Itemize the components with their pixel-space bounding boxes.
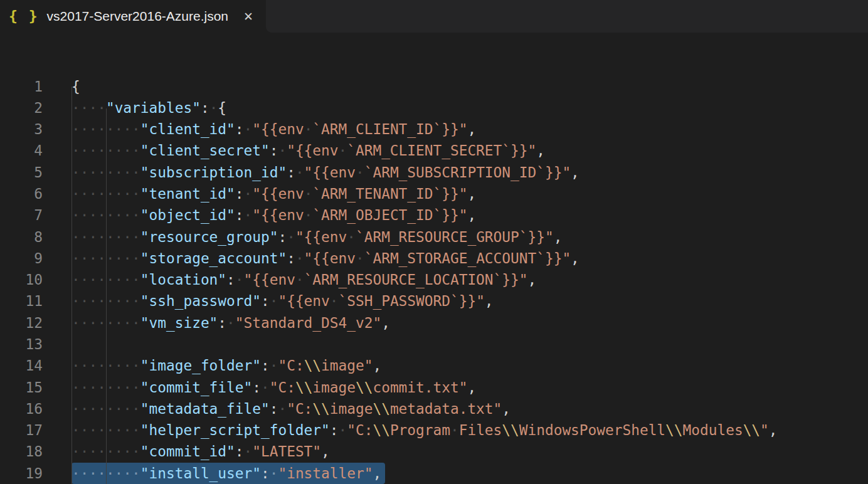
json-braces-icon: { } <box>9 8 39 24</box>
tab-close-icon[interactable]: ✕ <box>243 11 253 23</box>
line-number[interactable]: 2 <box>0 97 43 118</box>
code-line[interactable]: ········"resource_group":·"{{env·`ARM_RE… <box>71 226 562 248</box>
code-token: `ARM_RESOURCE_GROUP`}}" <box>356 229 554 245</box>
whitespace-dots: · <box>270 357 278 374</box>
code-token: "storage_account" <box>140 250 287 266</box>
code-token: , <box>321 443 330 460</box>
code-token: : <box>235 443 244 460</box>
whitespace-dots: · <box>339 422 347 438</box>
line-number[interactable]: 8 <box>0 226 43 248</box>
code-token: "C: <box>287 401 312 417</box>
line-number[interactable]: 14 <box>0 355 43 376</box>
line-number[interactable]: 10 <box>0 269 43 290</box>
line-number[interactable]: 12 <box>0 312 43 334</box>
line-number[interactable]: 15 <box>0 377 43 398</box>
vscode-window: { } vs2017-Server2016-Azure.json ✕ 1{2··… <box>0 0 868 484</box>
line-number[interactable]: 6 <box>0 183 43 204</box>
selection-highlight: ········"install_user":·"installer", <box>71 463 385 484</box>
code-line[interactable]: ········"location":·"{{env·`ARM_RESOURCE… <box>71 269 536 290</box>
code-line[interactable]: ········"client_id":·"{{env·`ARM_CLIENT_… <box>71 118 476 140</box>
line-number[interactable]: 16 <box>0 398 43 419</box>
code-token: "LATEST" <box>252 443 321 460</box>
code-token: \\ <box>295 379 312 396</box>
code-line[interactable]: ········"commit_id":·"LATEST", <box>71 441 330 462</box>
code-token: `ARM_RESOURCE_LOCATION`}}" <box>304 271 528 288</box>
code-token: : <box>261 465 270 481</box>
code-token: , <box>467 121 476 137</box>
editor-row: 14········"image_folder":·"C:\\image", <box>0 355 868 376</box>
code-token: \\ <box>743 422 760 438</box>
code-line[interactable]: ········"helper_script_folder":·"C:\\Pro… <box>71 419 778 441</box>
code-line[interactable]: ········"client_secret":·"{{env·`ARM_CLI… <box>71 140 545 161</box>
code-token: : <box>226 271 235 288</box>
line-number[interactable]: 17 <box>0 419 43 441</box>
code-line[interactable]: ········"metadata_file":·"C:\\image\\met… <box>71 398 511 419</box>
editor-row: 5········"subscription_id":·"{{env·`ARM_… <box>0 162 868 183</box>
code-line[interactable]: ········"install_user":·"installer", <box>71 463 385 484</box>
tab-bar: { } vs2017-Server2016-Azure.json ✕ <box>0 0 868 33</box>
line-number[interactable]: 4 <box>0 140 43 161</box>
code-line[interactable]: ········"commit_file":·"C:\\image\\commi… <box>71 377 476 398</box>
whitespace-dots: · <box>450 422 459 438</box>
editor-row: 7········"object_id":·"{{env·`ARM_OBJECT… <box>0 204 868 226</box>
code-token: , <box>373 465 381 481</box>
code-token: : <box>270 142 278 159</box>
whitespace-dots: · <box>278 401 287 417</box>
code-token: metadata.txt" <box>390 401 502 417</box>
code-token: "resource_group" <box>140 229 278 245</box>
code-token: "{{env <box>244 271 295 288</box>
code-token: `ARM_CLIENT_SECRET`}}" <box>347 142 536 159</box>
whitespace-dots: ···· <box>71 100 106 116</box>
code-token: image <box>312 379 356 396</box>
code-lines: 1{2····"variables":·{3········"client_id… <box>0 76 868 484</box>
whitespace-dots: · <box>270 293 278 309</box>
code-line[interactable]: ········"subscription_id":·"{{env·`ARM_S… <box>71 162 580 183</box>
tab-strip-empty-area <box>266 0 868 33</box>
whitespace-dots: · <box>226 315 235 331</box>
code-token: `ARM_STORAGE_ACCOUNT`}}" <box>364 250 571 266</box>
line-number[interactable]: 18 <box>0 441 43 462</box>
editor-row: 16········"metadata_file":·"C:\\image\\m… <box>0 398 868 419</box>
code-line[interactable]: ········"vm_size":·"Standard_DS4_v2", <box>71 312 390 334</box>
editor-row: 18········"commit_id":·"LATEST", <box>0 441 868 462</box>
whitespace-dots: · <box>304 121 313 137</box>
code-token: : <box>330 422 339 438</box>
editor-row: 13 <box>0 334 868 355</box>
code-token: "{{env <box>304 164 356 181</box>
line-number[interactable]: 13 <box>0 334 43 355</box>
whitespace-dots: · <box>244 121 253 137</box>
code-token: : <box>235 121 244 137</box>
code-token: : <box>218 315 226 331</box>
code-token: , <box>485 293 494 309</box>
code-token: : <box>287 250 295 266</box>
code-token: Program <box>390 422 450 438</box>
code-token: "object_id" <box>140 207 235 223</box>
tab-active-json-file[interactable]: { } vs2017-Server2016-Azure.json ✕ <box>0 0 266 33</box>
line-number[interactable]: 11 <box>0 290 43 312</box>
code-token: image <box>330 401 373 417</box>
code-token: \\ <box>304 357 321 374</box>
code-line[interactable]: ········"ssh_password":·"{{env·`SSH_PASS… <box>71 290 494 312</box>
line-number[interactable]: 5 <box>0 162 43 183</box>
code-line[interactable]: ····"variables":·{ <box>71 97 226 118</box>
line-number[interactable]: 9 <box>0 248 43 269</box>
code-line[interactable]: { <box>71 76 80 97</box>
line-number[interactable]: 1 <box>0 76 43 97</box>
code-line[interactable]: ········"storage_account":·"{{env·`ARM_S… <box>71 248 580 269</box>
code-line[interactable]: ········"image_folder":·"C:\\image", <box>71 355 381 376</box>
code-line[interactable]: ········"object_id":·"{{env·`ARM_OBJECT_… <box>71 204 476 226</box>
code-line[interactable]: ········"tenant_id":·"{{env·`ARM_TENANT_… <box>71 183 476 204</box>
code-token: , <box>373 357 381 374</box>
line-number[interactable]: 7 <box>0 204 43 226</box>
line-number[interactable]: 19 <box>0 463 43 484</box>
code-token: commit.txt" <box>373 379 467 396</box>
line-number[interactable]: 3 <box>0 118 43 140</box>
code-editor[interactable]: 1{2····"variables":·{3········"client_id… <box>0 33 868 484</box>
editor-row: 8········"resource_group":·"{{env·`ARM_R… <box>0 226 868 248</box>
code-token: "image_folder" <box>140 357 261 374</box>
code-token: : <box>201 100 209 116</box>
code-token: "installer" <box>278 465 373 481</box>
whitespace-dots: · <box>295 164 304 181</box>
code-token: "variables" <box>106 100 201 116</box>
code-token: "{{env <box>278 293 329 309</box>
